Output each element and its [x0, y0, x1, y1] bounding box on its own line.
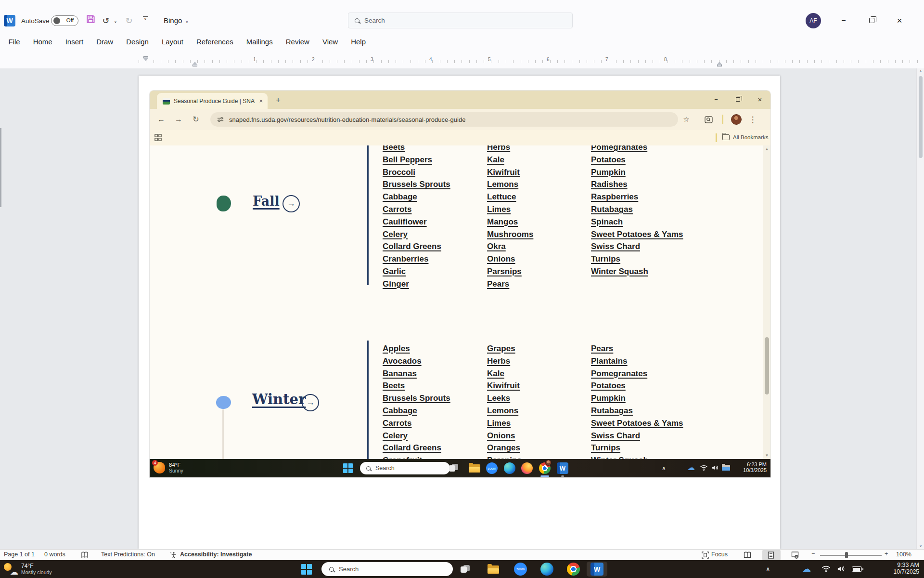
new-tab-button[interactable]: + — [272, 94, 284, 106]
produce-link[interactable]: Pomegranates — [591, 145, 709, 154]
produce-link[interactable]: Kiwifruit — [487, 380, 605, 392]
produce-link[interactable]: Avocados — [383, 355, 500, 368]
quick-access-toolbar-menu[interactable]: ∨ — [142, 16, 148, 21]
web-layout-button[interactable] — [791, 552, 799, 560]
produce-link[interactable]: Onions — [487, 430, 605, 442]
ribbon-tab[interactable]: Home — [26, 30, 59, 54]
produce-link[interactable]: Herbs — [487, 145, 605, 154]
side-search-button[interactable] — [702, 113, 715, 126]
produce-link[interactable]: Potatoes — [591, 380, 709, 392]
zoom-in-button[interactable]: + — [885, 551, 888, 557]
produce-link[interactable]: Rutabagas — [591, 405, 709, 417]
restore-button[interactable] — [862, 12, 881, 30]
document-title[interactable]: Bingo∨ — [164, 16, 188, 25]
all-bookmarks-button[interactable]: All Bookmarks — [733, 134, 769, 140]
produce-link[interactable]: Rutabagas — [591, 203, 709, 216]
ribbon-tab[interactable]: Help — [345, 30, 372, 54]
produce-link[interactable]: Ginger — [383, 278, 500, 290]
undo-button[interactable]: ↺ — [100, 14, 112, 27]
produce-link[interactable]: Swiss Chard — [591, 430, 709, 442]
tray-expand-button[interactable]: ∧ — [766, 565, 770, 573]
produce-link[interactable]: Kiwifruit — [487, 166, 605, 179]
ribbon-tab[interactable]: Design — [120, 30, 155, 54]
bookmark-star-button[interactable]: ☆ — [680, 113, 693, 126]
produce-link[interactable]: Plantains — [591, 355, 709, 368]
scroll-up-icon[interactable]: ∧ — [917, 69, 924, 73]
produce-link[interactable]: Apples — [383, 342, 500, 355]
ribbon-tab[interactable]: Insert — [59, 30, 90, 54]
battery-button[interactable] — [852, 566, 862, 572]
produce-link[interactable]: Raspberries — [591, 191, 709, 203]
produce-link[interactable]: Beets — [383, 380, 500, 392]
produce-link[interactable]: Pears — [487, 278, 605, 290]
produce-link[interactable]: Grapefruit — [383, 454, 500, 459]
word-button[interactable]: W — [557, 462, 568, 474]
wifi-button[interactable] — [821, 565, 831, 572]
browser-restore-button[interactable] — [731, 93, 745, 106]
forward-button[interactable]: → — [172, 113, 185, 126]
task-view-button[interactable] — [449, 464, 458, 472]
produce-link[interactable]: Winter Squash — [591, 265, 709, 278]
scroll-down-icon[interactable]: ▼ — [763, 453, 770, 458]
zoom-slider-track[interactable] — [820, 555, 882, 556]
scrollbar-thumb[interactable] — [765, 337, 769, 394]
scroll-up-icon[interactable]: ▲ — [763, 147, 770, 151]
edge-button[interactable] — [540, 563, 553, 576]
produce-link[interactable]: Turnips — [591, 442, 709, 454]
clock-widget[interactable]: 9:33 AM 10/7/2025 — [894, 562, 919, 575]
taskbar-search-box[interactable]: Search — [360, 462, 450, 474]
produce-link[interactable]: Winter Squash — [591, 454, 709, 459]
produce-link[interactable]: Grapes — [487, 342, 605, 355]
document-scrollbar[interactable]: ∧ ∨ — [916, 68, 924, 549]
produce-link[interactable]: Sweet Potatoes & Yams — [591, 417, 709, 430]
produce-link[interactable]: Pumpkin — [591, 166, 709, 179]
onedrive-button[interactable]: ☁ — [802, 565, 811, 573]
produce-link[interactable]: Potatoes — [591, 154, 709, 166]
produce-link[interactable]: Collard Greens — [383, 240, 500, 253]
proofing-status-icon[interactable] — [81, 552, 89, 560]
tab-groups-icon[interactable] — [154, 134, 162, 141]
focus-mode-button[interactable]: Focus — [711, 551, 728, 558]
produce-link[interactable]: Brussels Sprouts — [383, 392, 500, 405]
produce-link[interactable]: Leeks — [487, 392, 605, 405]
wifi-button[interactable] — [700, 464, 708, 471]
undo-dropdown[interactable]: ∨ — [112, 14, 119, 27]
produce-link[interactable]: Kale — [487, 368, 605, 380]
close-button[interactable]: × — [890, 12, 909, 30]
task-view-button[interactable] — [461, 565, 470, 573]
minimize-button[interactable]: − — [834, 12, 853, 30]
produce-link[interactable]: Pomegranates — [591, 368, 709, 380]
produce-link[interactable]: Cabbage — [383, 191, 500, 203]
winter-arrow-link[interactable]: → — [302, 394, 319, 411]
tray-expand-button[interactable]: ∧ — [662, 465, 666, 472]
produce-link[interactable]: Celery — [383, 228, 500, 241]
zoom-level[interactable]: 100% — [896, 551, 911, 558]
produce-link[interactable]: Celery — [383, 430, 500, 442]
first-line-indent-marker[interactable] — [143, 56, 148, 61]
produce-link[interactable]: Collard Greens — [383, 442, 500, 454]
scrollbar-thumb[interactable] — [919, 76, 923, 158]
produce-link[interactable]: Lemons — [487, 405, 605, 417]
save-button[interactable] — [84, 14, 97, 27]
produce-link[interactable]: Lemons — [487, 178, 605, 191]
redo-button[interactable]: ↻ — [123, 14, 135, 27]
browser-profile-avatar[interactable] — [730, 113, 743, 126]
produce-link[interactable]: Radishes — [591, 178, 709, 191]
print-layout-button[interactable] — [768, 552, 774, 560]
chrome-button[interactable] — [567, 563, 580, 576]
ribbon-tab[interactable]: References — [190, 30, 240, 54]
ribbon-tab[interactable]: Review — [279, 30, 316, 54]
back-button[interactable]: ← — [154, 113, 168, 126]
volume-button[interactable] — [711, 464, 719, 471]
produce-link[interactable]: Sweet Potatoes & Yams — [591, 228, 709, 241]
text-predictions-status[interactable]: Text Predictions: On — [101, 551, 155, 558]
produce-link[interactable]: Cranberries — [383, 253, 500, 265]
produce-link[interactable]: Bananas — [383, 368, 500, 380]
produce-link[interactable]: Mushrooms — [487, 228, 605, 241]
firefox-button[interactable] — [521, 462, 533, 474]
browser-minimize-button[interactable]: − — [709, 93, 723, 106]
zoom-slider-thumb[interactable] — [845, 552, 848, 558]
produce-link[interactable]: Beets — [383, 145, 500, 154]
scroll-down-icon[interactable]: ∨ — [917, 544, 924, 548]
produce-link[interactable]: Swiss Chard — [591, 240, 709, 253]
